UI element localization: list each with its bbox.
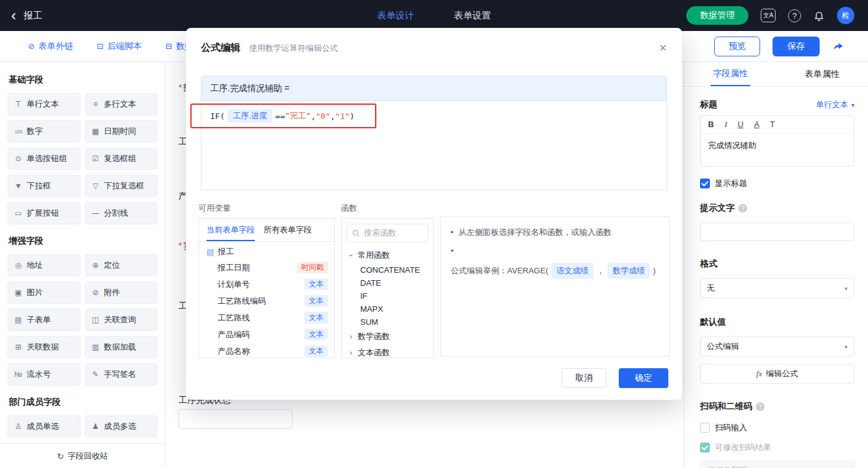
sidebar-item-single-line-text[interactable]: T单行文本 [7,93,81,115]
chevron-right-icon: › [348,348,354,357]
function-item-concatenate[interactable]: CONCATENATE [342,263,433,276]
item-label: 多行文本 [104,99,136,110]
example-field-chip: 数学成绩 [608,263,650,279]
item-label: 地址 [27,260,43,271]
translate-icon[interactable]: 文A [761,9,776,22]
help-icon[interactable]: ? [788,9,801,22]
function-group-text[interactable]: › 文本函数 [342,345,433,358]
avatar[interactable]: 检 [837,7,854,24]
scan-barcode-input[interactable] [700,461,854,468]
hint-help-icon[interactable]: ? [738,204,747,213]
sidebar-item-dropdown-multi[interactable]: ▽下拉复选框 [85,175,158,197]
tab-current-form-fields[interactable]: 当前表单字段 [206,219,255,241]
sidebar-item-dropdown[interactable]: ▼下拉框 [7,175,81,197]
process-status-input[interactable] [179,409,293,429]
data-manage-button[interactable]: 数据管理 [686,6,748,25]
function-search-input[interactable]: 搜索函数 [347,224,428,242]
save-button[interactable]: 保存 [773,37,820,56]
underline-button[interactable]: U [738,120,743,130]
sidebar-item-radio-group[interactable]: ⊙单选按钮组 [7,148,81,170]
sidebar-item-signature[interactable]: ✎手写签名 [85,363,158,386]
sidebar-item-divider[interactable]: —分割线 [85,202,158,224]
variables-root-node[interactable]: ▤ 报工 [199,242,334,259]
italic-button[interactable]: I [724,120,727,130]
item-label: 流水号 [27,369,51,380]
sidebar-item-related-query[interactable]: ◫关联查询 [85,309,158,331]
cancel-button[interactable]: 取消 [562,368,606,388]
scan-help-icon[interactable]: ? [756,402,764,411]
tab-all-form-fields[interactable]: 所有表单字段 [264,219,312,241]
function-group-common[interactable]: › 常用函数 [342,247,433,263]
title-value-input[interactable]: 完成情况辅助 [701,134,854,166]
sidebar-item-checkbox-group[interactable]: ☑复选框组 [85,148,158,170]
text-size-button[interactable]: T [770,120,775,130]
sidebar-item-multi-line-text[interactable]: ≡多行文本 [85,93,158,115]
show-title-label: 显示标题 [715,178,747,189]
edit-formula-button[interactable]: fx 编辑公式 [700,364,854,384]
hint-text-input[interactable] [700,223,854,241]
bell-icon[interactable] [813,10,825,21]
field-type-tag: 文本 [304,345,328,357]
bullet-icon: • [451,244,454,258]
format-select[interactable]: 无 ▾ [700,278,854,298]
nav-form-design[interactable]: 表单设计 [377,10,414,22]
function-group-math[interactable]: › 数学函数 [342,329,433,345]
dropdown-multi-icon: ▽ [91,182,100,190]
field-type-select[interactable]: 单行文本 ▾ [816,99,854,110]
variable-row[interactable]: 报工日期时间戳 [199,259,334,276]
sidebar-item-attachment[interactable]: ⊘附件 [85,281,158,304]
sidebar-item-image[interactable]: ▣图片 [7,281,81,304]
nav-form-settings[interactable]: 表单设置 [454,10,491,22]
formula-comma: , [330,112,335,121]
example-field-chip: 语文成绩 [551,263,593,279]
chevron-down-icon: ▾ [844,285,848,292]
close-icon[interactable]: ✕ [659,43,667,53]
script-icon: ⊡ [97,42,104,51]
share-icon[interactable] [832,41,844,52]
variable-row[interactable]: 工艺路线编码文本 [199,293,334,309]
sidebar-item-data-load[interactable]: ▥数据加载 [85,336,158,358]
function-item-if[interactable]: IF [342,289,433,302]
backend-script-button[interactable]: ⊡ 后端脚本 [97,41,142,52]
edit-formula-label: 编辑公式 [766,368,798,379]
preview-button[interactable]: 预览 [714,37,760,56]
item-label: 定位 [104,260,120,271]
function-item-sum[interactable]: SUM [342,316,433,329]
sidebar-item-related-data[interactable]: ⊞关联数据 [7,336,81,358]
default-value-select[interactable]: 公式编辑 ▾ [700,337,854,356]
variable-row[interactable]: 产品编码文本 [199,326,334,343]
variable-row[interactable]: 计划单号文本 [199,276,334,293]
sidebar-item-address[interactable]: ◎地址 [7,254,81,276]
form-external-link-button[interactable]: ⊘ 表单外链 [28,41,73,52]
formula-comma: , [311,112,316,121]
function-item-mapx[interactable]: MAPX [342,302,433,316]
variable-row[interactable]: 产品名称文本 [199,343,334,358]
variable-row[interactable]: 工艺路线文本 [199,309,334,326]
sidebar-item-extend-button[interactable]: ▭扩展按钮 [7,202,81,224]
back-icon[interactable]: ‹ [11,8,16,23]
bold-button[interactable]: B [708,120,714,130]
modify-scan-result-checkbox[interactable] [700,443,710,453]
section-enhanced-fields: 增强字段 [9,236,157,247]
sidebar-item-location[interactable]: ⊕定位 [85,254,158,276]
sidebar-item-serial-number[interactable]: №流水号 [7,363,81,386]
font-color-button[interactable]: A [754,120,760,130]
sidebar-item-member-multi[interactable]: ♟成员多选 [85,415,158,438]
function-item-date[interactable]: DATE [342,276,433,289]
scan-input-checkbox[interactable] [700,423,710,433]
formula-editor[interactable]: 工序.完成情况辅助 = IF( 工序.进度 == "完工" , "0" , "1… [201,76,667,190]
sidebar-item-datetime[interactable]: ▦日期时间 [85,120,158,143]
item-label: 单行文本 [27,99,59,110]
tab-field-properties[interactable]: 字段属性 [684,62,776,86]
sidebar-item-subform[interactable]: ▤子表单 [7,309,81,331]
field-recycle-bin[interactable]: ↻ 字段回收站 [0,443,165,468]
modal-title: 公式编辑 [201,42,241,55]
sidebar-item-member-single[interactable]: ♙成员单选 [7,415,81,438]
show-title-checkbox[interactable] [700,179,710,188]
tab-form-properties[interactable]: 表单属性 [776,62,868,86]
sidebar-item-number[interactable]: 123数字 [7,120,81,143]
image-icon: ▣ [14,288,23,297]
confirm-button[interactable]: 确定 [619,368,668,388]
formula-close-paren: ) [350,112,355,121]
variables-panel: 当前表单字段 所有表单字段 ▤ 报工 报工日期时间戳 计划单号文本 工艺路线编码… [198,218,335,358]
